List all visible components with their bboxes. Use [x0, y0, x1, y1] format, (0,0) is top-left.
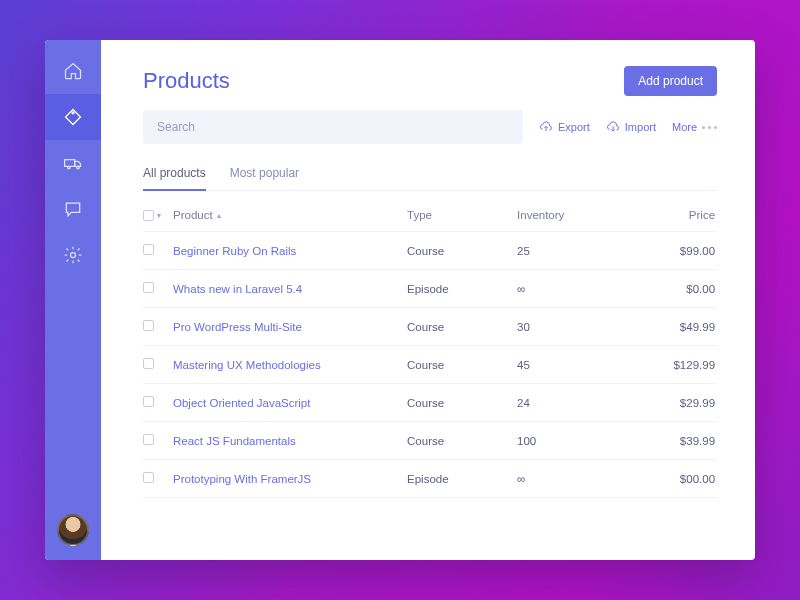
table-row: Prototyping With FramerJSEpisode∞$00.00 [143, 460, 717, 498]
product-type: Course [407, 397, 517, 409]
table-row: Pro WordPress Multi-SiteCourse30$49.99 [143, 308, 717, 346]
cloud-import-icon [606, 120, 620, 134]
row-checkbox[interactable] [143, 434, 154, 445]
svg-point-3 [77, 166, 80, 169]
product-name-link[interactable]: Whats new in Laravel 5.4 [173, 283, 407, 295]
product-name-link[interactable]: Object Oriented JavaScript [173, 397, 407, 409]
row-checkbox[interactable] [143, 396, 154, 407]
product-price: $29.99 [627, 397, 717, 409]
col-inventory[interactable]: Inventory [517, 209, 627, 221]
chevron-down-icon[interactable]: ▾ [157, 211, 161, 220]
page-title: Products [143, 68, 230, 94]
cloud-export-icon [539, 120, 553, 134]
header-row: Products Add product [143, 66, 717, 96]
table-row: Mastering UX MethodologiesCourse45$129.9… [143, 346, 717, 384]
product-inventory: 25 [517, 245, 627, 257]
row-checkbox[interactable] [143, 320, 154, 331]
product-price: $0.00 [627, 283, 717, 295]
nav-chat[interactable] [45, 186, 101, 232]
products-table: ▾ Product ▴ Type Inventory Price Beginne… [143, 199, 717, 540]
product-price: $39.99 [627, 435, 717, 447]
add-product-button[interactable]: Add product [624, 66, 717, 96]
tabs: All products Most popular [143, 158, 717, 191]
col-price[interactable]: Price [627, 209, 717, 221]
product-inventory: 45 [517, 359, 627, 371]
product-inventory: 30 [517, 321, 627, 333]
product-inventory: 100 [517, 435, 627, 447]
product-price: $00.00 [627, 473, 717, 485]
sidebar [45, 40, 101, 560]
table-row: Beginner Ruby On RailsCourse25$99.00 [143, 232, 717, 270]
svg-point-4 [71, 253, 76, 258]
main-content: Products Add product Export Import More … [101, 40, 755, 560]
svg-rect-1 [65, 160, 75, 167]
more-label: More [672, 121, 697, 133]
product-name-link[interactable]: Prototyping With FramerJS [173, 473, 407, 485]
avatar[interactable] [57, 514, 89, 546]
product-price: $49.99 [627, 321, 717, 333]
product-inventory: ∞ [517, 283, 627, 295]
product-name-link[interactable]: Mastering UX Methodologies [173, 359, 407, 371]
svg-point-0 [72, 112, 74, 114]
product-name-link[interactable]: Pro WordPress Multi-Site [173, 321, 407, 333]
product-type: Episode [407, 473, 517, 485]
row-checkbox[interactable] [143, 472, 154, 483]
table-row: Whats new in Laravel 5.4Episode∞$0.00 [143, 270, 717, 308]
product-type: Course [407, 435, 517, 447]
nav-settings[interactable] [45, 232, 101, 278]
product-type: Course [407, 245, 517, 257]
sort-asc-icon: ▴ [217, 211, 221, 220]
search-row: Export Import More [143, 110, 717, 144]
nav-shipping[interactable] [45, 140, 101, 186]
product-price: $129.99 [627, 359, 717, 371]
app-window: Products Add product Export Import More … [45, 40, 755, 560]
col-product[interactable]: Product ▴ [173, 209, 407, 221]
more-link[interactable]: More [672, 121, 717, 133]
table-row: React JS FundamentalsCourse100$39.99 [143, 422, 717, 460]
dots-icon [702, 126, 717, 129]
product-name-link[interactable]: Beginner Ruby On Rails [173, 245, 407, 257]
product-type: Episode [407, 283, 517, 295]
row-checkbox[interactable] [143, 244, 154, 255]
product-type: Course [407, 359, 517, 371]
truck-icon [63, 153, 83, 173]
import-label: Import [625, 121, 656, 133]
row-checkbox[interactable] [143, 282, 154, 293]
product-type: Course [407, 321, 517, 333]
tab-all-products[interactable]: All products [143, 158, 206, 190]
svg-point-2 [68, 166, 71, 169]
search-input[interactable] [143, 110, 523, 144]
chat-icon [63, 199, 83, 219]
product-inventory: 24 [517, 397, 627, 409]
nav-home[interactable] [45, 48, 101, 94]
nav-products[interactable] [45, 94, 101, 140]
export-link[interactable]: Export [539, 120, 590, 134]
table-row: Object Oriented JavaScriptCourse24$29.99 [143, 384, 717, 422]
product-price: $99.00 [627, 245, 717, 257]
select-all-checkbox[interactable] [143, 210, 154, 221]
table-header: ▾ Product ▴ Type Inventory Price [143, 199, 717, 232]
col-type[interactable]: Type [407, 209, 517, 221]
row-checkbox[interactable] [143, 358, 154, 369]
gear-icon [63, 245, 83, 265]
home-icon [63, 61, 83, 81]
tag-icon [63, 107, 83, 127]
tab-most-popular[interactable]: Most popular [230, 158, 299, 190]
product-inventory: ∞ [517, 473, 627, 485]
export-label: Export [558, 121, 590, 133]
product-name-link[interactable]: React JS Fundamentals [173, 435, 407, 447]
import-link[interactable]: Import [606, 120, 656, 134]
